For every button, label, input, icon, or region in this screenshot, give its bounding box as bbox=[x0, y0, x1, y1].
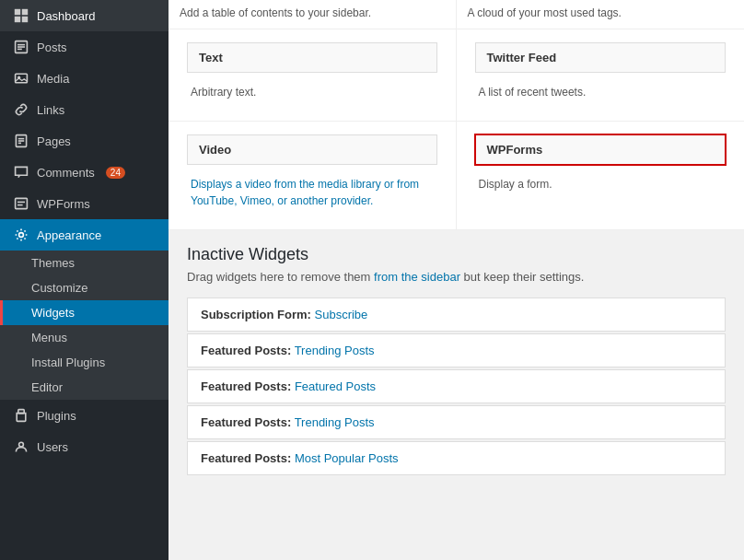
inactive-desc-before: Drag widgets here to remove them bbox=[187, 270, 374, 284]
inactive-item-1-link: Trending Posts bbox=[295, 344, 375, 357]
inactive-item-4-bold: Featured Posts: bbox=[201, 451, 291, 465]
sidebar-item-label: Pages bbox=[37, 134, 71, 148]
inactive-item-0-link: Subscribe bbox=[315, 308, 368, 321]
inactive-item-2-bold: Featured Posts: bbox=[201, 379, 291, 393]
sidebar-item-comments[interactable]: Comments 24 bbox=[0, 157, 169, 188]
inactive-item-0[interactable]: Subscription Form: Subscribe bbox=[187, 298, 726, 332]
svg-point-19 bbox=[19, 442, 24, 447]
inactive-desc-link[interactable]: from the sidebar bbox=[374, 270, 460, 284]
posts-icon bbox=[13, 39, 29, 55]
video-widget-desc: Displays a video from the media library … bbox=[180, 172, 445, 220]
wpforms-icon bbox=[13, 195, 29, 212]
submenu-themes[interactable]: Themes bbox=[0, 251, 169, 275]
sidebar-item-label: WPForms bbox=[37, 197, 90, 211]
svg-rect-2 bbox=[15, 17, 20, 22]
twitter-widget-desc: A list of recent tweets. bbox=[468, 80, 734, 111]
submenu-menus[interactable]: Menus bbox=[0, 325, 169, 350]
inactive-item-1-bold: Featured Posts: bbox=[201, 344, 291, 357]
svg-rect-3 bbox=[22, 17, 28, 22]
sidebar-item-label: Media bbox=[37, 72, 69, 86]
inactive-item-1[interactable]: Featured Posts: Trending Posts bbox=[187, 333, 726, 368]
comments-badge: 24 bbox=[106, 167, 125, 179]
submenu-install-plugins[interactable]: Install Plugins bbox=[0, 350, 169, 375]
media-icon bbox=[13, 70, 29, 87]
wpforms-widget-desc: Display a form. bbox=[468, 172, 734, 204]
sidebar-item-dashboard[interactable]: Dashboard bbox=[0, 0, 169, 31]
widget-row-1: Text Arbitrary text. Twitter Feed A list… bbox=[169, 29, 744, 122]
sidebar-item-label: Comments bbox=[37, 166, 95, 180]
svg-rect-14 bbox=[16, 198, 28, 208]
video-widget-cell: Video Displays a video from the media li… bbox=[169, 122, 457, 229]
inactive-item-3-link: Trending Posts bbox=[295, 415, 375, 429]
sidebar-item-users[interactable]: Users bbox=[0, 431, 169, 462]
main-content: Add a table of contents to your sidebar.… bbox=[169, 0, 744, 560]
inactive-item-3-bold: Featured Posts: bbox=[201, 415, 291, 429]
sidebar-item-label: Links bbox=[37, 103, 64, 117]
wpforms-widget[interactable]: WPForms bbox=[474, 134, 727, 166]
right-top-desc: A cloud of your most used tags. bbox=[457, 0, 745, 29]
submenu-customize[interactable]: Customize bbox=[0, 275, 169, 300]
svg-rect-0 bbox=[15, 9, 20, 15]
widget-area: Add a table of contents to your sidebar.… bbox=[169, 0, 744, 230]
sidebar-item-posts[interactable]: Posts bbox=[0, 31, 169, 63]
text-widget[interactable]: Text bbox=[187, 42, 437, 73]
video-widget[interactable]: Video bbox=[187, 134, 437, 165]
sidebar-item-label: Plugins bbox=[37, 409, 76, 423]
inactive-desc-after: but keep their settings. bbox=[460, 270, 584, 284]
appearance-submenu: Themes Customize Widgets Menus Install P… bbox=[0, 251, 169, 400]
left-top-desc: Add a table of contents to your sidebar. bbox=[169, 0, 457, 29]
inactive-item-2-link: Featured Posts bbox=[295, 379, 376, 393]
text-widget-cell: Text Arbitrary text. bbox=[169, 29, 457, 121]
text-widget-desc: Arbitrary text. bbox=[180, 80, 445, 111]
inactive-widgets-section: Inactive Widgets Drag widgets here to re… bbox=[169, 230, 744, 475]
sidebar-item-wpforms[interactable]: WPForms bbox=[0, 188, 169, 219]
sidebar-item-label: Appearance bbox=[37, 228, 101, 242]
twitter-feed-widget[interactable]: Twitter Feed bbox=[475, 42, 727, 73]
twitter-widget-cell: Twitter Feed A list of recent tweets. bbox=[457, 29, 745, 121]
inactive-item-0-bold: Subscription Form: bbox=[201, 308, 311, 321]
svg-rect-8 bbox=[16, 74, 28, 83]
right-desc-text: A cloud of your most used tags. bbox=[468, 6, 622, 19]
wpforms-widget-cell: WPForms Display a form. bbox=[457, 122, 745, 229]
submenu-widgets[interactable]: Widgets bbox=[0, 300, 169, 325]
inactive-item-2[interactable]: Featured Posts: Featured Posts bbox=[187, 369, 726, 403]
sidebar-item-links[interactable]: Links bbox=[0, 94, 169, 125]
sidebar-item-label: Users bbox=[37, 440, 68, 454]
inactive-widgets-desc: Drag widgets here to remove them from th… bbox=[187, 268, 726, 286]
sidebar-item-media[interactable]: Media bbox=[0, 63, 169, 94]
submenu-editor[interactable]: Editor bbox=[0, 375, 169, 400]
inactive-item-3[interactable]: Featured Posts: Trending Posts bbox=[187, 405, 726, 439]
inactive-widgets-title: Inactive Widgets bbox=[187, 245, 726, 264]
sidebar: Dashboard Posts Media Links Pages Commen… bbox=[0, 0, 169, 560]
sidebar-item-label: Posts bbox=[37, 41, 67, 54]
sidebar-item-label: Dashboard bbox=[37, 9, 96, 23]
top-desc-row: Add a table of contents to your sidebar.… bbox=[169, 0, 744, 29]
users-icon bbox=[13, 438, 29, 455]
svg-point-17 bbox=[19, 233, 24, 238]
sidebar-item-appearance[interactable]: Appearance bbox=[0, 219, 169, 251]
appearance-icon bbox=[13, 227, 29, 243]
left-desc-text: Add a table of contents to your sidebar. bbox=[180, 6, 371, 19]
widget-row-2: Video Displays a video from the media li… bbox=[169, 122, 744, 230]
pages-icon bbox=[13, 133, 29, 149]
inactive-item-4[interactable]: Featured Posts: Most Popular Posts bbox=[187, 441, 726, 475]
dashboard-icon bbox=[13, 7, 29, 24]
svg-rect-1 bbox=[22, 9, 28, 15]
comments-icon bbox=[13, 164, 29, 181]
sidebar-item-plugins[interactable]: Plugins bbox=[0, 400, 169, 431]
sidebar-item-pages[interactable]: Pages bbox=[0, 125, 169, 157]
inactive-item-4-link: Most Popular Posts bbox=[295, 451, 399, 465]
plugins-icon bbox=[13, 407, 29, 424]
links-icon bbox=[13, 101, 29, 118]
